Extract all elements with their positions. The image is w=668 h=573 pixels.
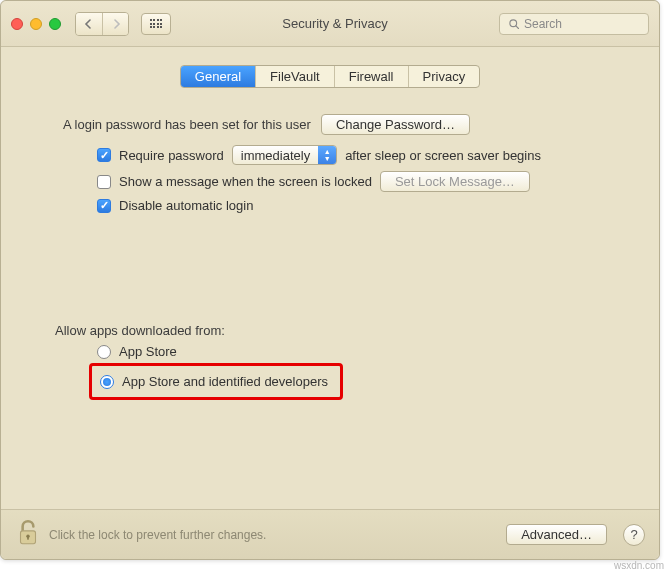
- radio-dot-icon: [103, 378, 111, 386]
- lock-text: Click the lock to prevent further change…: [49, 528, 266, 542]
- window-controls: [11, 18, 61, 30]
- forward-button[interactable]: [102, 13, 128, 35]
- show-message-label: Show a message when the screen is locked: [119, 174, 372, 189]
- disable-auto-login-checkbox[interactable]: ✓: [97, 199, 111, 213]
- allow-apps-appstore-radio[interactable]: [97, 345, 111, 359]
- check-icon: ✓: [100, 200, 109, 211]
- set-lock-message-button[interactable]: Set Lock Message…: [380, 171, 530, 192]
- require-password-checkbox[interactable]: ✓: [97, 148, 111, 162]
- grid-icon: [150, 19, 163, 28]
- svg-line-1: [516, 25, 519, 28]
- allow-apps-appstore-row: App Store: [97, 344, 623, 359]
- allow-apps-identified-radio[interactable]: [100, 375, 114, 389]
- require-password-label-after: after sleep or screen saver begins: [345, 148, 541, 163]
- minimize-window-icon[interactable]: [30, 18, 42, 30]
- change-password-button[interactable]: Change Password…: [321, 114, 470, 135]
- allow-apps-heading: Allow apps downloaded from:: [55, 323, 623, 338]
- tab-general[interactable]: General: [181, 66, 255, 87]
- tab-group: General FileVault Firewall Privacy: [180, 65, 480, 88]
- svg-rect-4: [27, 536, 29, 539]
- lock-area[interactable]: Click the lock to prevent further change…: [15, 518, 496, 551]
- require-password-row: ✓ Require password immediately ▲▼ after …: [97, 145, 623, 165]
- highlighted-selection: App Store and identified developers: [89, 363, 343, 400]
- allow-apps-identified-row: App Store and identified developers: [100, 374, 328, 389]
- titlebar: Security & Privacy Search: [1, 1, 659, 47]
- tab-privacy[interactable]: Privacy: [408, 66, 480, 87]
- allow-apps-appstore-label: App Store: [119, 344, 177, 359]
- show-message-checkbox[interactable]: [97, 175, 111, 189]
- chevron-updown-icon: ▲▼: [318, 146, 336, 164]
- content-area: A login password has been set for this u…: [1, 88, 659, 410]
- zoom-window-icon[interactable]: [49, 18, 61, 30]
- select-value: immediately: [233, 148, 318, 163]
- tab-firewall[interactable]: Firewall: [334, 66, 408, 87]
- lock-icon: [15, 518, 41, 551]
- show-message-row: Show a message when the screen is locked…: [97, 171, 623, 192]
- check-icon: ✓: [100, 150, 109, 161]
- close-window-icon[interactable]: [11, 18, 23, 30]
- allow-apps-identified-label: App Store and identified developers: [122, 374, 328, 389]
- require-password-delay-select[interactable]: immediately ▲▼: [232, 145, 337, 165]
- footer: Click the lock to prevent further change…: [1, 509, 659, 559]
- disable-auto-login-label: Disable automatic login: [119, 198, 253, 213]
- search-input[interactable]: Search: [499, 13, 649, 35]
- login-password-text: A login password has been set for this u…: [63, 117, 311, 132]
- security-privacy-window: Security & Privacy Search General FileVa…: [0, 0, 660, 560]
- login-password-row: A login password has been set for this u…: [63, 110, 623, 139]
- disable-auto-login-row: ✓ Disable automatic login: [97, 198, 623, 213]
- tab-bar: General FileVault Firewall Privacy: [1, 65, 659, 88]
- advanced-button[interactable]: Advanced…: [506, 524, 607, 545]
- search-placeholder: Search: [524, 17, 562, 31]
- tab-filevault[interactable]: FileVault: [255, 66, 334, 87]
- search-icon: [508, 18, 520, 30]
- nav-back-forward: [75, 12, 129, 36]
- help-button[interactable]: ?: [623, 524, 645, 546]
- back-button[interactable]: [76, 13, 102, 35]
- show-all-button[interactable]: [141, 13, 171, 35]
- require-password-label-before: Require password: [119, 148, 224, 163]
- watermark: wsxdn.com: [614, 560, 664, 571]
- window-title: Security & Privacy: [179, 16, 491, 31]
